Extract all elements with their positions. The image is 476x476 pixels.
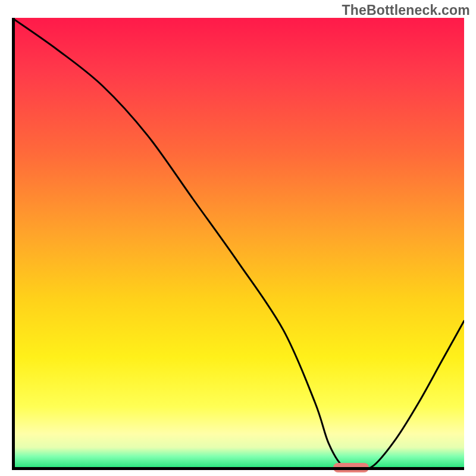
plot-area [12,18,464,470]
watermark-text: TheBottleneck.com [342,2,470,18]
bottleneck-curve [12,18,464,470]
x-axis-line [12,467,464,470]
y-axis-line [12,18,15,470]
